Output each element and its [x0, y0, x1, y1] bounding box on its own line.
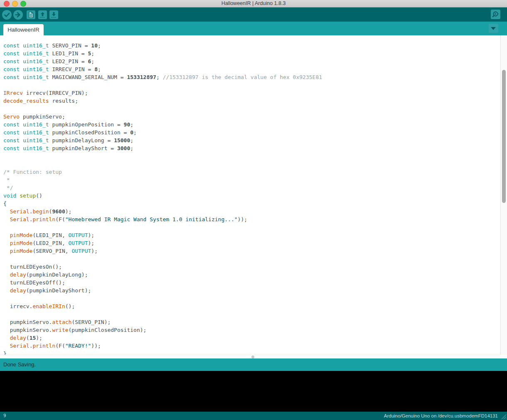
code-line — [3, 310, 500, 318]
serial-monitor-button[interactable] — [491, 10, 500, 19]
code-line — [3, 255, 500, 263]
code-line: Serial.println(F("Homebrewed IR Magic Wa… — [3, 215, 500, 223]
window-title: HalloweenIR | Arduino 1.8.3 — [0, 0, 507, 7]
upload-button[interactable] — [13, 10, 23, 20]
check-icon — [2, 10, 12, 20]
document-icon — [27, 10, 35, 19]
code-line: } — [3, 350, 500, 355]
up-arrow-icon — [38, 10, 47, 19]
code-line: const uint16_t LED2_PIN = 6; — [3, 57, 500, 65]
tab-bar: HalloweenIR — [0, 22, 507, 35]
code-line: pumpkinServo.write(pumpkinClosedPosition… — [3, 326, 500, 334]
code-line: const uint16_t pumpkinDelayLong = 15000; — [3, 136, 500, 144]
right-arrow-icon — [13, 10, 23, 20]
code-line: pinMode(LED1_PIN, OUTPUT); — [3, 231, 500, 239]
code-line: void setup() — [3, 192, 500, 200]
code-line: /* Function: setup — [3, 168, 500, 176]
down-arrow-icon — [49, 10, 58, 19]
code-line — [3, 105, 500, 113]
code-line: const uint16_t IRRECV_PIN = 8; — [3, 65, 500, 73]
code-line: delay(pumpkinDelayShort); — [3, 287, 500, 294]
code-line — [3, 294, 500, 302]
code-line — [3, 160, 500, 168]
tab-halloweenir[interactable]: HalloweenIR — [3, 24, 44, 35]
resize-grip[interactable] — [500, 413, 507, 420]
tab-label: HalloweenIR — [7, 27, 39, 33]
code-line: const uint16_t pumpkinClosedPosition = 0… — [3, 128, 500, 136]
code-line: * — [3, 176, 500, 184]
code-line: turnLEDEyesOn(); — [3, 263, 500, 271]
code-line: const uint16_t SERVO_PIN = 10; — [3, 42, 500, 49]
title-bar[interactable]: HalloweenIR | Arduino 1.8.3 — [0, 0, 507, 7]
code-line: pinMode(LED2_PIN, OUTPUT); — [3, 239, 500, 247]
footer-bar: 9 Arduino/Genuino Uno on /dev/cu.usbmode… — [0, 412, 507, 420]
verify-button[interactable] — [2, 10, 12, 20]
toolbar — [0, 7, 507, 22]
code-area[interactable]: const uint16_t SERVO_PIN = 10;const uint… — [0, 35, 500, 355]
status-bar: Done Saving. — [0, 358, 507, 371]
code-line: delay(15); — [3, 334, 500, 342]
board-port-info: Arduino/Genuino Uno on /dev/cu.usbmodemF… — [384, 412, 498, 420]
code-line: delay(pumpkinDelayLong); — [3, 271, 500, 279]
arduino-ide-window: HalloweenIR | Arduino 1.8.3 — [0, 0, 507, 420]
status-message: Done Saving. — [3, 358, 36, 371]
code-line: */ — [3, 184, 500, 192]
code-line: decode_results results; — [3, 97, 500, 105]
code-line: Serial.println(F("READY!")); — [3, 342, 500, 350]
code-line — [3, 223, 500, 231]
code-line: const uint16_t pumpkinOpenPosition = 90; — [3, 121, 500, 128]
vertical-scrollbar[interactable] — [500, 35, 507, 355]
code-line: irrecv.enableIRIn(); — [3, 302, 500, 310]
open-button[interactable] — [38, 10, 47, 19]
chevron-down-icon — [491, 27, 496, 30]
code-line: Servo pumpkinServo; — [3, 113, 500, 121]
code-line: IRrecv irrecv(IRRECV_PIN); — [3, 89, 500, 97]
magnifier-icon — [491, 10, 500, 19]
tab-menu-button[interactable] — [489, 24, 498, 33]
vertical-scrollbar-thumb[interactable] — [502, 70, 506, 203]
cursor-line-number: 9 — [3, 412, 6, 420]
code-line — [3, 152, 500, 160]
code-line: { — [3, 200, 500, 208]
code-line — [3, 81, 500, 89]
code-line: const uint16_t pumpkinDelayShort = 3000; — [3, 144, 500, 152]
code-line: Serial.begin(9600); — [3, 208, 500, 215]
horizontal-scrollbar-thumb[interactable] — [251, 356, 254, 358]
code-line: const uint16_t MAGICWAND_SERIAL_NUM = 15… — [3, 73, 500, 81]
code-line: const uint16_t LED1_PIN = 5; — [3, 49, 500, 57]
console-output[interactable] — [0, 371, 507, 412]
code-line: pumpkinServo.attach(SERVO_PIN); — [3, 318, 500, 326]
code-line: pinMode(SERVO_PIN, OUTPUT); — [3, 247, 500, 255]
save-button[interactable] — [49, 10, 58, 19]
new-sketch-button[interactable] — [27, 10, 35, 19]
code-line: turnLEDEyesOff(); — [3, 279, 500, 287]
